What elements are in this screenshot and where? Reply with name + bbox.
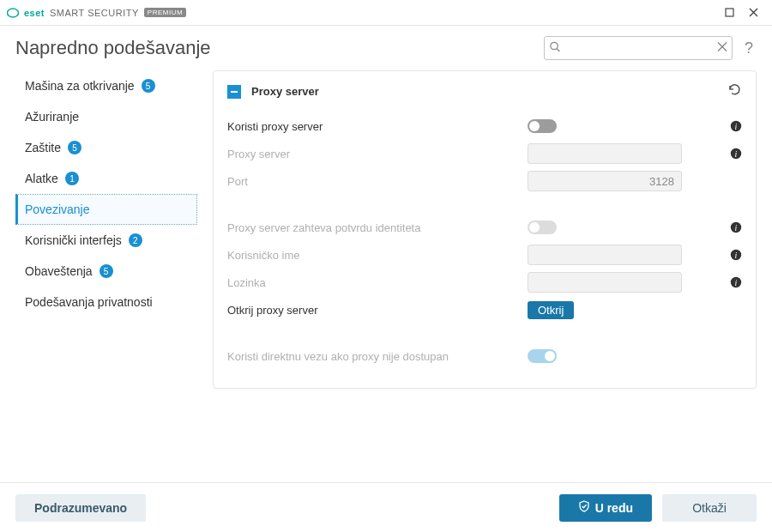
window-maximize-button[interactable] <box>717 4 741 21</box>
sidebar-item-label: Podešavanja privatnosti <box>25 295 153 309</box>
panel-title: Proxy server <box>251 85 319 98</box>
maximize-icon <box>725 8 734 17</box>
info-proxy-server[interactable]: i <box>721 148 742 160</box>
header-row: Napredno podešavanje ? <box>15 36 757 60</box>
brand-tier: PREMIUM <box>144 8 186 17</box>
row-auth: Proxy server zahteva potvrdu identiteta … <box>227 215 742 240</box>
sidebar-item-label: Ažuriranje <box>25 110 79 124</box>
row-direct: Koristi direktnu vezu ako proxy nije dos… <box>227 343 742 369</box>
label-port: Port <box>227 175 528 188</box>
toggle-use-proxy[interactable] <box>528 119 557 133</box>
sidebar-item-connection[interactable]: Povezivanje <box>15 194 197 225</box>
settings-panel: Proxy server Koristi proxy server i Prox… <box>213 70 757 389</box>
label-auth: Proxy server zahteva potvrdu identiteta <box>227 221 528 234</box>
undo-icon[interactable] <box>727 82 742 101</box>
svg-point-0 <box>8 9 19 17</box>
row-proxy-server: Proxy server i <box>227 141 742 166</box>
ok-button[interactable]: U redu <box>559 494 652 522</box>
sidebar-item-label: Korisnički interfejs <box>25 233 122 247</box>
collapse-icon[interactable] <box>227 85 241 99</box>
brand-product: SMART SECURITY <box>50 8 139 18</box>
search-input[interactable] <box>544 36 733 60</box>
eset-logo-icon <box>7 7 19 19</box>
svg-rect-3 <box>231 91 238 93</box>
svg-rect-1 <box>726 9 733 16</box>
svg-text:i: i <box>735 122 738 131</box>
info-auth[interactable]: i <box>721 221 742 233</box>
info-password[interactable]: i <box>721 276 742 288</box>
content: Napredno podešavanje ? Mašina za otkriva… <box>0 26 772 482</box>
sidebar-item-label: Obaveštenja <box>25 264 93 278</box>
cancel-button[interactable]: Otkaži <box>662 494 757 522</box>
close-icon <box>749 8 758 17</box>
sidebar-item-label: Mašina za otkrivanje <box>25 79 135 93</box>
row-detect: Otkrij proxy server Otkrij <box>227 297 742 323</box>
info-use-proxy[interactable]: i <box>721 120 742 132</box>
svg-point-2 <box>551 42 558 49</box>
label-username: Korisničko ime <box>227 249 528 262</box>
window-close-button[interactable] <box>741 4 765 21</box>
row-port: Port <box>227 168 742 194</box>
toggle-auth[interactable] <box>528 221 557 234</box>
input-proxy-server[interactable] <box>528 143 682 164</box>
sidebar-item-update[interactable]: Ažuriranje <box>15 101 197 132</box>
svg-text:i: i <box>735 251 738 260</box>
sidebar-item-tools[interactable]: Alatke 1 <box>15 163 197 194</box>
sidebar-badge: 5 <box>142 79 155 93</box>
brand-eset: eset <box>24 8 45 18</box>
sidebar-item-privacy[interactable]: Podešavanja privatnosti <box>15 287 197 317</box>
sidebar-badge: 1 <box>65 172 79 185</box>
svg-text:i: i <box>735 149 738 159</box>
input-port[interactable] <box>528 171 682 191</box>
page-title: Napredno podešavanje <box>15 37 211 59</box>
sidebar-item-label: Povezivanje <box>25 203 90 216</box>
sidebar: Mašina za otkrivanje 5 Ažuriranje Zaštit… <box>15 70 197 389</box>
label-password: Lozinka <box>227 276 528 289</box>
sidebar-badge: 5 <box>68 141 81 154</box>
input-username[interactable] <box>528 245 682 265</box>
svg-text:i: i <box>735 278 738 287</box>
label-proxy-server: Proxy server <box>227 148 528 160</box>
row-password: Lozinka i <box>227 269 742 295</box>
footer: Podrazumevano U redu Otkaži <box>0 482 772 532</box>
clear-search-icon[interactable] <box>717 42 727 55</box>
sidebar-item-label: Zaštite <box>25 141 61 154</box>
sidebar-badge: 5 <box>100 264 113 278</box>
sidebar-item-protections[interactable]: Zaštite 5 <box>15 132 197 163</box>
detect-button[interactable]: Otkrij <box>528 301 574 319</box>
search-wrap <box>544 36 733 60</box>
label-direct: Koristi direktnu vezu ako proxy nije dos… <box>227 350 528 363</box>
brand: eset SMART SECURITY PREMIUM <box>7 7 186 19</box>
toggle-direct[interactable] <box>528 349 557 363</box>
ok-button-label: U redu <box>595 501 633 515</box>
sidebar-item-detection-engine[interactable]: Mašina za otkrivanje 5 <box>15 70 197 101</box>
input-password[interactable] <box>528 272 682 293</box>
sidebar-item-label: Alatke <box>25 172 58 185</box>
search-icon <box>549 41 561 56</box>
row-use-proxy: Koristi proxy server i <box>227 113 742 139</box>
help-button[interactable]: ? <box>741 39 757 57</box>
sidebar-badge: 2 <box>129 233 142 247</box>
sidebar-item-notifications[interactable]: Obaveštenja 5 <box>15 256 197 287</box>
default-button[interactable]: Podrazumevano <box>15 494 146 522</box>
sidebar-item-ui[interactable]: Korisnički interfejs 2 <box>15 225 197 256</box>
row-username: Korisničko ime i <box>227 242 742 268</box>
svg-text:i: i <box>735 223 738 233</box>
titlebar: eset SMART SECURITY PREMIUM <box>0 0 772 26</box>
label-detect: Otkrij proxy server <box>227 304 528 317</box>
info-username[interactable]: i <box>721 249 742 261</box>
shield-icon <box>578 500 590 515</box>
label-use-proxy: Koristi proxy server <box>227 120 528 133</box>
panel-header: Proxy server <box>227 82 742 101</box>
